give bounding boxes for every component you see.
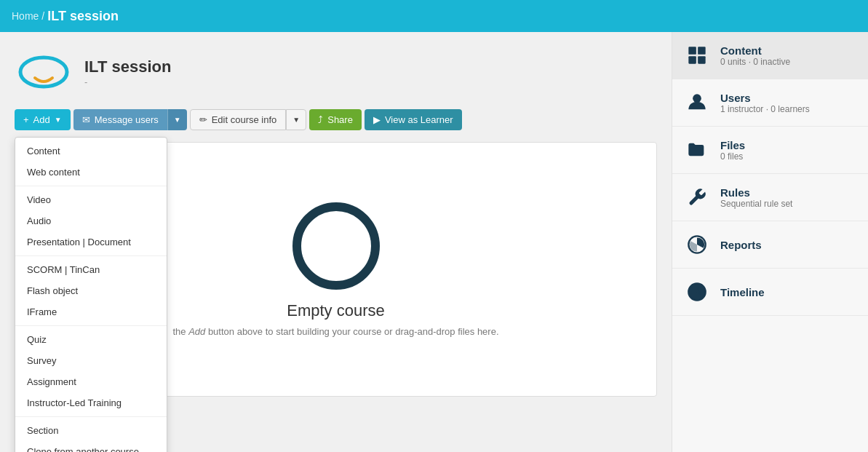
edit-caret-icon: ▼ (292, 116, 300, 124)
view-as-learner-label: View as Learner (385, 114, 453, 125)
view-as-learner-button[interactable]: ▶ View as Learner (365, 109, 462, 130)
add-label: Add (33, 114, 50, 125)
wrench-icon (684, 184, 710, 210)
sidebar-item-timeline[interactable]: Timeline (672, 269, 868, 316)
sidebar-reports-text: Reports (720, 239, 762, 251)
grid-icon (684, 42, 710, 68)
dropdown-item-section[interactable]: Section (15, 420, 167, 441)
sidebar-rules-text: Rules Sequential rule set (720, 186, 792, 209)
sidebar-item-users[interactable]: Users 1 instructor · 0 learners (672, 79, 868, 127)
dropdown-item-flash-object[interactable]: Flash object (15, 280, 167, 301)
sidebar: Content 0 units · 0 inactive Users 1 ins… (672, 32, 868, 452)
share-icon: ⤴ (318, 114, 323, 125)
home-link[interactable]: Home (12, 10, 39, 22)
sidebar-files-sublabel: 0 files (720, 151, 745, 162)
edit-course-info-button[interactable]: ✏ Edit course info (190, 109, 287, 130)
share-label: Share (327, 114, 353, 125)
add-caret-icon: ▼ (55, 116, 62, 124)
svg-rect-3 (688, 56, 696, 64)
dropdown-item-quiz[interactable]: Quiz (15, 329, 167, 350)
add-dropdown-container: + Add ▼ Content Web content Video Audio … (15, 109, 71, 130)
message-users-button[interactable]: ✉ Message users (73, 109, 167, 130)
svg-rect-2 (698, 47, 706, 55)
sidebar-content-label: Content (720, 44, 790, 57)
plus-icon: + (23, 114, 29, 125)
empty-course-desc: the Add button above to start building y… (172, 326, 498, 337)
dropdown-divider-3 (15, 325, 167, 326)
dropdown-divider-1 (15, 186, 167, 186)
dropdown-item-clone-from-another-course[interactable]: Clone from another course (15, 441, 167, 452)
sidebar-files-label: Files (720, 139, 745, 151)
dropdown-item-audio[interactable]: Audio (15, 210, 167, 231)
dropdown-item-iframe[interactable]: IFrame (15, 301, 167, 322)
clock-icon (684, 279, 710, 305)
chart-icon (684, 231, 710, 258)
edit-course-info-caret-button[interactable]: ▼ (286, 109, 306, 130)
main-content: ILT session - + Add ▼ Content Web conten… (0, 32, 672, 452)
add-button[interactable]: + Add ▼ (15, 109, 71, 130)
envelope-icon: ✉ (82, 114, 90, 125)
share-button[interactable]: ⤴ Share (309, 109, 362, 130)
main-layout: ILT session - + Add ▼ Content Web conten… (0, 32, 868, 452)
dropdown-item-assignment[interactable]: Assignment (15, 371, 167, 392)
sidebar-item-rules[interactable]: Rules Sequential rule set (672, 174, 868, 221)
sidebar-users-sublabel: 1 instructor · 0 learners (720, 104, 810, 114)
app-header: Home / ILT session (0, 0, 868, 32)
play-icon: ▶ (373, 114, 381, 125)
course-header: ILT session - (15, 47, 657, 98)
breadcrumb-separator: / (41, 10, 44, 22)
toolbar: + Add ▼ Content Web content Video Audio … (15, 109, 657, 130)
pencil-icon: ✏ (199, 114, 207, 125)
edit-course-info-label: Edit course info (212, 114, 277, 125)
home-label: Home (12, 10, 39, 22)
message-users-label: Message users (95, 114, 159, 125)
sidebar-timeline-text: Timeline (720, 286, 765, 298)
dropdown-item-web-content[interactable]: Web content (15, 162, 167, 183)
sidebar-rules-sublabel: Sequential rule set (720, 199, 792, 209)
course-title: ILT session (84, 58, 171, 76)
dropdown-item-survey[interactable]: Survey (15, 350, 167, 371)
message-caret-icon: ▼ (174, 116, 181, 124)
sidebar-item-reports[interactable]: Reports (672, 221, 868, 269)
message-users-group: ✉ Message users ▼ (73, 109, 187, 130)
edit-course-info-group: ✏ Edit course info ▼ (190, 109, 307, 130)
dropdown-item-presentation-document[interactable]: Presentation | Document (15, 231, 167, 253)
dropdown-divider-2 (15, 255, 167, 256)
course-icon (15, 47, 73, 98)
sidebar-content-sublabel: 0 units · 0 inactive (720, 57, 790, 67)
person-icon (684, 90, 710, 116)
sidebar-files-text: Files 0 files (720, 139, 745, 162)
dropdown-divider-4 (15, 416, 167, 417)
sidebar-item-files[interactable]: Files 0 files (672, 127, 868, 174)
sidebar-users-label: Users (720, 92, 810, 104)
dropdown-item-video[interactable]: Video (15, 189, 167, 210)
cloud-icon (15, 50, 73, 94)
add-dropdown-menu: Content Web content Video Audio Presenta… (15, 137, 167, 452)
svg-rect-4 (698, 56, 706, 64)
add-emphasis: Add (188, 326, 205, 337)
empty-course-title: Empty course (287, 301, 385, 320)
page-title: ILT session (47, 9, 119, 24)
course-info: ILT session - (84, 58, 171, 87)
sidebar-rules-label: Rules (720, 186, 792, 199)
folder-icon (684, 137, 710, 163)
sidebar-reports-label: Reports (720, 239, 762, 251)
empty-course-icon (292, 202, 380, 290)
sidebar-timeline-label: Timeline (720, 286, 765, 298)
sidebar-content-text: Content 0 units · 0 inactive (720, 44, 790, 67)
dropdown-item-content[interactable]: Content (15, 140, 167, 162)
svg-point-5 (693, 94, 701, 103)
svg-rect-1 (688, 47, 696, 55)
dropdown-item-instructor-led-training[interactable]: Instructor-Led Training (15, 392, 167, 413)
message-users-caret-button[interactable]: ▼ (167, 109, 187, 130)
sidebar-item-content[interactable]: Content 0 units · 0 inactive (672, 32, 868, 79)
course-subtitle: - (84, 76, 171, 87)
sidebar-users-text: Users 1 instructor · 0 learners (720, 92, 810, 114)
dropdown-item-scorm-tincan[interactable]: SCORM | TinCan (15, 259, 167, 280)
